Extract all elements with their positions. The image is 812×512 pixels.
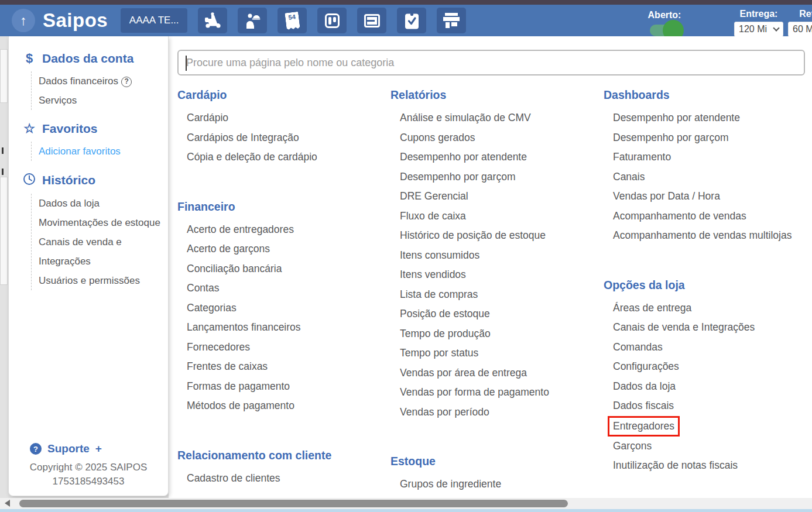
menu-item[interactable]: Tempo de produção	[390, 324, 604, 344]
page-background: CardápioCardápioCardápios de IntegraçãoC…	[0, 36, 812, 512]
menu-item[interactable]: Desempenho por garçom	[390, 167, 604, 187]
menu-item[interactable]: Categorias	[177, 298, 390, 318]
menu-item[interactable]: Lançamentos financeiros	[177, 318, 390, 338]
menu-item[interactable]: Acompanhamento de vendas multilojas	[604, 226, 805, 246]
menu-item[interactable]: Canais de venda e Integrações	[604, 318, 805, 338]
menu-item[interactable]: Vendas por Data / Hora	[604, 187, 805, 207]
scroll-left-arrow-icon[interactable]	[5, 500, 10, 507]
sidebar-section-title-text: Histórico	[42, 173, 95, 187]
delivery-time-select[interactable]: 120 Mi	[734, 22, 783, 37]
sidebar-item-list: Adicionar favoritos	[31, 142, 162, 161]
pickup-time-value: 60 M	[793, 24, 812, 35]
menu-section-title: Estoque	[390, 454, 604, 468]
sidebar-item[interactable]: Dados financeiros?	[39, 71, 162, 91]
open-toggle[interactable]	[650, 25, 679, 36]
layout-button[interactable]	[357, 8, 386, 33]
menu-item[interactable]: Itens vendidos	[390, 265, 604, 285]
menu-item[interactable]: Garçons	[604, 437, 805, 456]
pickup-time-select[interactable]: 60 M	[788, 22, 812, 37]
menu-item[interactable]: Cupons gerados	[390, 128, 604, 148]
menu-item[interactable]: Histórico de posição de estoque	[390, 226, 604, 246]
sidebar-section-title-text: Dados da conta	[42, 51, 133, 66]
menu-item[interactable]: Cardápio	[177, 108, 390, 128]
sidebar-sections: $Dados da contaDados financeiros?Serviço…	[9, 36, 168, 290]
menu-item[interactable]: Desempenho por atendente	[390, 147, 604, 167]
receipt-button[interactable]: 54	[277, 8, 307, 33]
support-button[interactable]: ? Suporte +	[30, 442, 168, 455]
menu-item[interactable]: Dados fiscais	[604, 396, 805, 416]
menu-item[interactable]: Áreas de entrega	[604, 298, 805, 318]
store-selector-button[interactable]: AAAA TE...	[121, 8, 187, 33]
sidebar-item[interactable]: Movimentações de estoque	[39, 213, 162, 232]
menu-item[interactable]: Formas de pagamento	[177, 377, 390, 397]
menu-section: FinanceiroAcerto de entregadoresAcerto d…	[177, 200, 390, 416]
menu-item[interactable]: Itens consumidos	[390, 246, 604, 266]
menu-item[interactable]: Desempenho por garçom	[604, 128, 805, 148]
sidebar-item[interactable]: Serviços	[39, 91, 162, 110]
board-button[interactable]	[317, 8, 347, 33]
help-icon[interactable]: ?	[121, 77, 132, 87]
menu-item[interactable]: Contas	[177, 279, 390, 298]
sidebar-item[interactable]: Dados da loja	[39, 194, 162, 213]
horizontal-scrollbar[interactable]	[0, 498, 812, 509]
logo-up-arrow-icon[interactable]: ↑	[12, 9, 35, 32]
scrollbar-thumb[interactable]	[19, 500, 568, 507]
menu-item[interactable]: Cópia e deleção de cardápio	[177, 147, 390, 167]
search-box	[177, 50, 805, 75]
dollar-icon: $	[23, 52, 36, 65]
sidebar-item[interactable]: Canais de venda e Integrações	[39, 232, 162, 271]
menu-item[interactable]: Acerto de garçons	[177, 239, 390, 259]
menu-section-title: Opções da loja	[604, 278, 805, 292]
background-panel	[0, 49, 8, 103]
menu-item[interactable]: Lista de compras	[390, 285, 604, 305]
menu-item[interactable]: Grupos de ingrediente	[390, 475, 604, 494]
menu-item[interactable]: Frentes de caixas	[177, 357, 390, 377]
waiter-button[interactable]	[238, 8, 267, 33]
menu-item[interactable]: Fluxo de caixa	[390, 207, 604, 226]
menu-item[interactable]: Posição de estoque	[390, 304, 604, 324]
menu-section-title: Relatórios	[390, 88, 604, 102]
sidebar-section-title: Histórico	[23, 173, 162, 188]
tasks-button[interactable]	[397, 8, 426, 33]
menu-item[interactable]: Acompanhamento de vendas	[604, 207, 805, 226]
menu-item-highlighted[interactable]: Entregadores	[604, 416, 805, 437]
menu-item[interactable]: Cadastro de clientes	[177, 469, 390, 489]
bottom-accent-line	[0, 509, 812, 512]
menu-item[interactable]: DRE Gerencial	[390, 187, 604, 207]
menu-item[interactable]: Vendas por período	[390, 403, 604, 422]
menu-item[interactable]: Vendas por forma de pagamento	[390, 383, 604, 403]
store-home-button[interactable]	[437, 8, 466, 33]
menu-item[interactable]: Desempenho por atendente	[604, 108, 805, 128]
menu-item[interactable]: Métodos de pagamento	[177, 396, 390, 416]
menu-column: CardápioCardápioCardápios de IntegraçãoC…	[177, 88, 390, 498]
board-icon	[325, 13, 340, 28]
build-code: 1753185493453	[9, 475, 168, 489]
menu-item[interactable]: Fornecedores	[177, 338, 390, 358]
delivery-orders-button[interactable]	[198, 8, 227, 33]
menu-item[interactable]: Dados da loja	[604, 377, 805, 397]
menu-item[interactable]: Faturamento	[604, 147, 805, 167]
menu-item[interactable]: Conciliação bancária	[177, 259, 390, 279]
receipt-badge: 54	[288, 13, 297, 29]
menu-column: DashboardsDesempenho por atendenteDesemp…	[604, 88, 805, 498]
menu-item[interactable]: Análise e simulação de CMV	[390, 108, 604, 128]
open-label: Aberto:	[641, 10, 688, 20]
sidebar-section-title: $Dados da conta	[23, 51, 162, 66]
menu-item[interactable]: Vendas por área de entrega	[390, 363, 604, 383]
sidebar-item[interactable]: Adicionar favoritos	[39, 142, 162, 161]
delivery-time-label: Entrega:	[734, 9, 783, 19]
sidebar-section-title: ☆Favoritos	[23, 122, 162, 136]
search-input[interactable]	[179, 51, 804, 74]
menu-section: DashboardsDesempenho por atendenteDesemp…	[604, 88, 805, 246]
menu-item[interactable]: Cardápios de Integração	[177, 128, 390, 148]
menu-section: Relacionamento com clienteCadastro de cl…	[177, 448, 390, 489]
clock-icon	[23, 173, 36, 188]
sidebar-item[interactable]: Usuários e permissões	[39, 271, 162, 290]
menu-item[interactable]: Tempo por status	[390, 343, 604, 363]
menu-item[interactable]: Comandas	[604, 338, 805, 358]
navbar: ↑ Saipos AAAA TE... 54 Aberto: Entrega: …	[0, 5, 812, 36]
menu-item[interactable]: Canais	[604, 167, 805, 187]
menu-item[interactable]: Configurações	[604, 357, 805, 377]
menu-item[interactable]: Acerto de entregadores	[177, 220, 390, 240]
menu-item[interactable]: Inutilização de notas fiscais	[604, 456, 805, 476]
